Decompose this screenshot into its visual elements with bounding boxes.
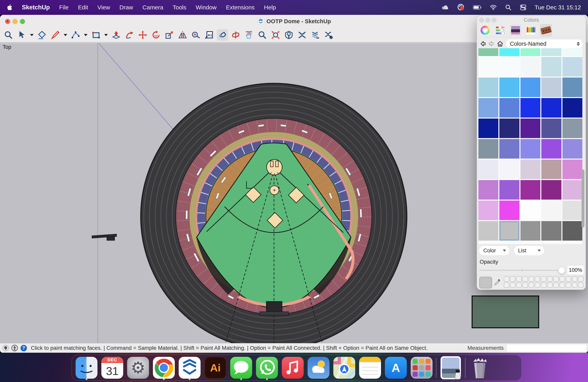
rectangle-dropdown-caret[interactable] — [104, 34, 108, 36]
swatch-slot-13[interactable] — [504, 282, 509, 288]
dock-item-finder[interactable] — [75, 356, 98, 379]
swatch-5-4[interactable] — [562, 139, 582, 159]
palette-dropdown[interactable]: Colors-Named — [505, 39, 583, 48]
tab-image-palettes[interactable] — [509, 24, 522, 37]
wifi-icon[interactable] — [490, 5, 497, 10]
list-view-dropdown[interactable]: List — [514, 246, 545, 256]
scrollbar-thumb[interactable] — [582, 170, 585, 228]
dock-item-illustrator[interactable]: Ai — [204, 356, 227, 379]
menu-clock[interactable]: Tue Dec 31 15:12 — [535, 4, 581, 11]
tool-rotate[interactable] — [150, 29, 162, 41]
home-icon[interactable] — [497, 41, 504, 47]
swatch-5-1[interactable] — [499, 139, 519, 159]
tool-pan[interactable] — [243, 29, 255, 41]
swatch-0-0[interactable] — [479, 48, 498, 56]
swatch-slot-20[interactable] — [547, 282, 553, 288]
swatch-0-3[interactable] — [541, 48, 561, 56]
tool-styles[interactable] — [310, 29, 321, 41]
swatch-slot-18[interactable] — [535, 282, 540, 288]
tool-zoom-extents[interactable] — [270, 29, 281, 41]
swatch-slot-6[interactable] — [541, 276, 546, 282]
dock-item-messages[interactable] — [230, 356, 253, 379]
swatch-9-0[interactable] — [479, 221, 498, 241]
human-figure-icon[interactable] — [11, 345, 18, 351]
active-app-name[interactable]: SketchUp — [22, 4, 50, 11]
color-mode-dropdown[interactable]: Color — [479, 246, 510, 256]
swatch-3-3[interactable] — [541, 98, 561, 118]
dock-item-sketchup[interactable] — [178, 356, 201, 379]
swatch-1-3[interactable] — [541, 57, 561, 77]
dock-item-maps[interactable] — [333, 356, 356, 379]
green-material-plane[interactable] — [472, 296, 539, 328]
swatch-slot-16[interactable] — [522, 282, 528, 288]
current-color-well[interactable] — [479, 277, 492, 288]
swatch-slot-10[interactable] — [566, 276, 571, 282]
swatch-slot-22[interactable] — [560, 282, 565, 288]
arc-dropdown-caret[interactable] — [84, 34, 87, 36]
swatch-7-0[interactable] — [479, 180, 498, 200]
geolocation-status-icon[interactable] — [2, 345, 9, 351]
swatch-2-0[interactable] — [479, 78, 498, 97]
swatch-6-2[interactable] — [521, 160, 540, 179]
line-dropdown-caret[interactable] — [64, 34, 67, 36]
swatch-5-0[interactable] — [479, 139, 498, 159]
measurements-input[interactable] — [506, 344, 587, 352]
swatch-slot-23[interactable] — [566, 282, 571, 288]
help-icon[interactable]: ? — [20, 345, 27, 351]
opacity-slider[interactable] — [479, 270, 564, 271]
swatch-3-0[interactable] — [479, 98, 498, 118]
swatch-6-3[interactable] — [541, 160, 561, 179]
dock-item-calendar[interactable]: DEC31 — [101, 356, 124, 379]
dock-item-whatsapp[interactable] — [255, 356, 278, 379]
swatch-slot-25[interactable] — [578, 282, 584, 288]
swatch-slot-3[interactable] — [522, 276, 528, 282]
swatch-1-4[interactable] — [562, 57, 582, 77]
tool-model-settings[interactable] — [323, 29, 334, 41]
menu-tools[interactable]: Tools — [173, 4, 186, 11]
swatch-0-2[interactable] — [521, 48, 540, 56]
swatch-slot-8[interactable] — [553, 276, 559, 282]
tool-paint-bucket[interactable] — [217, 29, 228, 41]
swatch-1-1[interactable] — [499, 57, 519, 77]
forward-arrow-icon[interactable] — [488, 41, 495, 47]
tab-color-wheel[interactable] — [479, 24, 491, 37]
tool-text[interactable]: A1 — [204, 29, 215, 41]
tool-search[interactable] — [3, 29, 14, 41]
dock-item-weather[interactable] — [307, 356, 330, 379]
swatch-slot-21[interactable] — [553, 282, 559, 288]
swatch-slot-9[interactable] — [560, 276, 565, 282]
swatch-9-4[interactable] — [562, 221, 582, 241]
tool-flip[interactable] — [177, 29, 188, 41]
detached-component[interactable] — [92, 233, 119, 241]
swatch-8-4[interactable] — [562, 201, 582, 220]
select-dropdown-caret[interactable] — [30, 34, 34, 36]
swatch-7-1[interactable] — [499, 180, 519, 200]
swatch-2-3[interactable] — [541, 78, 561, 97]
swatch-7-3[interactable] — [541, 180, 561, 200]
swatch-slot-11[interactable] — [572, 276, 577, 282]
swatch-5-2[interactable] — [521, 139, 540, 159]
dock-item-system-settings[interactable]: ⚙ — [126, 356, 149, 379]
swatch-2-2[interactable] — [521, 78, 540, 97]
swatch-4-4[interactable] — [562, 119, 582, 138]
swatch-1-0[interactable] — [479, 57, 498, 77]
dock-item-trash[interactable] — [468, 356, 491, 379]
swatch-0-1[interactable] — [499, 48, 519, 56]
swatch-7-4[interactable] — [562, 180, 582, 200]
swatch-0-4[interactable] — [562, 48, 582, 56]
battery-icon[interactable] — [473, 5, 482, 10]
swatch-slot-2[interactable] — [516, 276, 522, 282]
apple-menu-icon[interactable] — [7, 4, 13, 11]
swatch-6-4[interactable] — [562, 160, 582, 179]
swatch-slot-19[interactable] — [541, 282, 546, 288]
dock-item-launchpad[interactable] — [410, 356, 433, 379]
swatch-6-1[interactable] — [499, 160, 519, 179]
swatch-slot-0[interactable] — [504, 276, 509, 282]
swatch-slot-1[interactable] — [510, 276, 516, 282]
tool-tape-measure[interactable] — [190, 29, 202, 41]
swatch-3-1[interactable] — [499, 98, 519, 118]
swatch-2-4[interactable] — [562, 78, 582, 97]
swatch-5-3[interactable] — [541, 139, 561, 159]
swatch-slot-12[interactable] — [578, 276, 584, 282]
dock-item-chrome[interactable] — [152, 356, 175, 379]
